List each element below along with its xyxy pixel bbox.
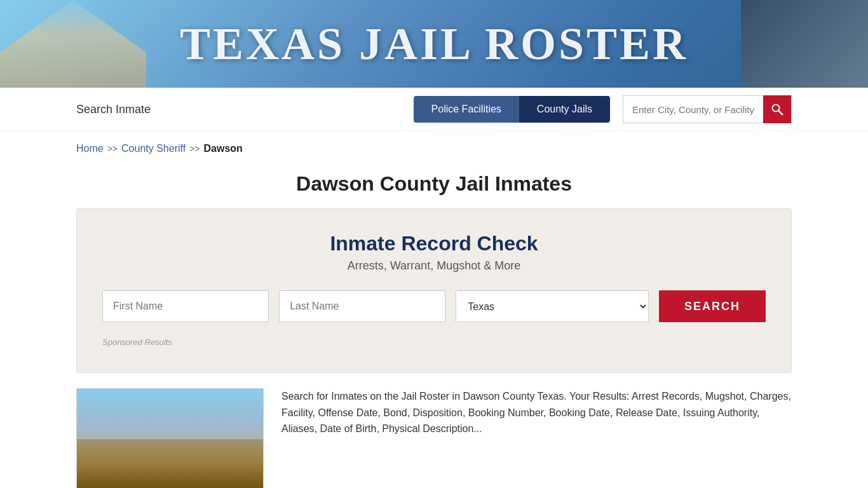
nav-buttons: Police Facilities County Jails bbox=[414, 96, 610, 123]
sponsored-label: Sponsored Results bbox=[102, 337, 766, 347]
breadcrumb-home[interactable]: Home bbox=[76, 143, 104, 154]
breadcrumb-county-sheriff[interactable]: County Sheriff bbox=[121, 143, 186, 154]
breadcrumb-current: Dawson bbox=[204, 143, 243, 154]
first-name-input[interactable] bbox=[102, 290, 269, 322]
facility-search-box bbox=[623, 95, 792, 123]
banner-capitol-decoration bbox=[0, 0, 146, 88]
search-icon bbox=[771, 103, 783, 116]
state-select[interactable]: AlabamaAlaskaArizonaArkansasCaliforniaCo… bbox=[456, 290, 649, 322]
header-banner: Texas Jail Roster bbox=[0, 0, 868, 88]
record-check-subtitle: Arrests, Warrant, Mugshot & More bbox=[102, 259, 766, 273]
last-name-input[interactable] bbox=[279, 290, 445, 322]
svg-line-1 bbox=[778, 111, 782, 114]
page-title-section: Dawson County Jail Inmates bbox=[0, 166, 868, 208]
record-search-button[interactable]: SEARCH bbox=[659, 290, 766, 322]
police-facilities-button[interactable]: Police Facilities bbox=[414, 96, 519, 123]
record-check-box: Inmate Record Check Arrests, Warrant, Mu… bbox=[76, 208, 792, 373]
facility-search-submit[interactable] bbox=[763, 95, 791, 123]
search-label: Search Inmate bbox=[76, 103, 401, 116]
banner-keys-decoration bbox=[741, 0, 868, 88]
bottom-section: Search for Inmates on the Jail Roster in… bbox=[0, 373, 868, 488]
breadcrumb: Home >> County Sheriff >> Dawson bbox=[0, 132, 868, 166]
breadcrumb-sep2: >> bbox=[189, 144, 200, 154]
nav-bar: Search Inmate Police Facilities County J… bbox=[0, 88, 868, 132]
county-jails-button[interactable]: County Jails bbox=[519, 96, 610, 123]
record-check-form: AlabamaAlaskaArizonaArkansasCaliforniaCo… bbox=[102, 290, 766, 322]
jail-description: Search for Inmates on the Jail Roster in… bbox=[281, 388, 792, 437]
jail-image-overlay bbox=[77, 439, 263, 488]
site-title: Texas Jail Roster bbox=[180, 18, 688, 71]
jail-image bbox=[76, 388, 264, 488]
page-title: Dawson County Jail Inmates bbox=[0, 172, 868, 196]
facility-search-input[interactable] bbox=[623, 99, 763, 120]
breadcrumb-sep1: >> bbox=[107, 144, 118, 154]
record-check-title: Inmate Record Check bbox=[102, 232, 766, 255]
